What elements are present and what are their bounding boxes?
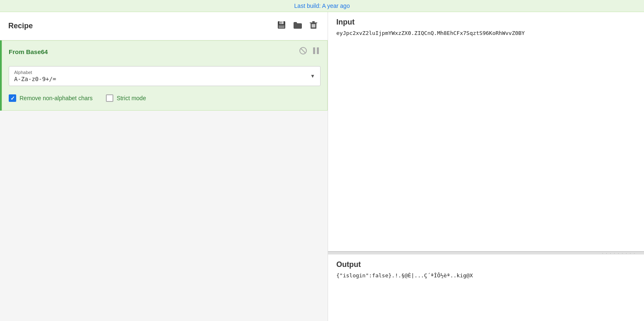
operation-card-wrapper: From Base64 <box>0 40 328 111</box>
input-header: Input <box>328 12 644 30</box>
svg-rect-3 <box>279 25 284 28</box>
left-panel: Recipe <box>0 12 328 321</box>
save-icon <box>277 20 286 30</box>
input-section: Input eyJpc2xvZ2luIjpmYWxzZX0.ZIQCnQ.Mh8… <box>328 12 644 252</box>
svg-rect-2 <box>280 22 282 24</box>
save-button[interactable] <box>275 19 288 33</box>
disable-icon <box>299 47 307 55</box>
strict-mode-label: Strict mode <box>117 95 146 101</box>
output-content: {"islogin":false}.!.§@È|...Ç´ªÎÔ½èª..kig… <box>328 272 644 321</box>
right-panel: Input eyJpc2xvZ2luIjpmYWxzZX0.ZIQCnQ.Mh8… <box>328 12 644 321</box>
svg-rect-7 <box>312 24 313 27</box>
alphabet-dropdown-arrow: ▼ <box>310 73 315 79</box>
output-section: Output {"islogin":false}.!.§@È|...Ç´ªÎÔ½… <box>328 254 644 321</box>
svg-rect-6 <box>312 21 315 22</box>
alphabet-label: Alphabet <box>14 70 315 75</box>
remove-nonalpha-checkbox[interactable]: ✓ <box>9 94 16 102</box>
alphabet-value: A-Za-z0-9+/= <box>14 76 315 82</box>
disable-operation-button[interactable] <box>298 46 308 58</box>
strict-mode-checkbox-item[interactable]: Strict mode <box>106 94 146 102</box>
strict-mode-checkbox[interactable] <box>106 94 113 102</box>
recipe-content: From Base64 <box>0 40 328 321</box>
open-button[interactable] <box>291 19 304 33</box>
operation-body: Alphabet A-Za-z0-9+/= ▼ ✓ Remove <box>2 63 327 110</box>
resize-handle[interactable]: · · · · · · · · · <box>328 252 644 254</box>
remove-nonalpha-label: Remove non-alphabet chars <box>20 95 93 101</box>
svg-rect-4 <box>310 22 317 23</box>
recipe-title: Recipe <box>8 22 33 30</box>
folder-icon <box>293 20 303 30</box>
recipe-header: Recipe <box>0 12 328 40</box>
pause-operation-button[interactable] <box>311 46 321 58</box>
svg-line-11 <box>301 48 306 53</box>
remove-nonalpha-checkbox-item[interactable]: ✓ Remove non-alphabet chars <box>9 94 93 102</box>
operation-controls <box>298 46 321 58</box>
remove-nonalpha-checkmark: ✓ <box>10 96 15 101</box>
recipe-toolbar <box>275 19 319 33</box>
input-content[interactable]: eyJpc2xvZ2luIjpmYWxzZX0.ZIQCnQ.Mh8EhCFx7… <box>328 30 644 251</box>
svg-rect-8 <box>313 24 314 27</box>
operation-card: From Base64 <box>2 40 328 111</box>
operation-title: From Base64 <box>9 48 48 55</box>
svg-rect-13 <box>317 47 319 54</box>
pause-icon <box>312 47 320 55</box>
resize-dots-icon: · · · · · · · · · <box>602 251 636 256</box>
operation-header: From Base64 <box>2 41 327 63</box>
top-banner: Last build: A year ago <box>0 0 644 12</box>
checkboxes-row: ✓ Remove non-alphabet chars Strict mode <box>9 94 321 102</box>
output-header: Output <box>328 254 644 272</box>
alphabet-select[interactable]: Alphabet A-Za-z0-9+/= ▼ <box>9 66 321 86</box>
svg-rect-9 <box>314 24 315 27</box>
delete-button[interactable] <box>308 19 319 33</box>
svg-rect-12 <box>313 47 315 54</box>
trash-icon <box>309 20 318 30</box>
last-build-link[interactable]: Last build: A year ago <box>294 2 350 9</box>
